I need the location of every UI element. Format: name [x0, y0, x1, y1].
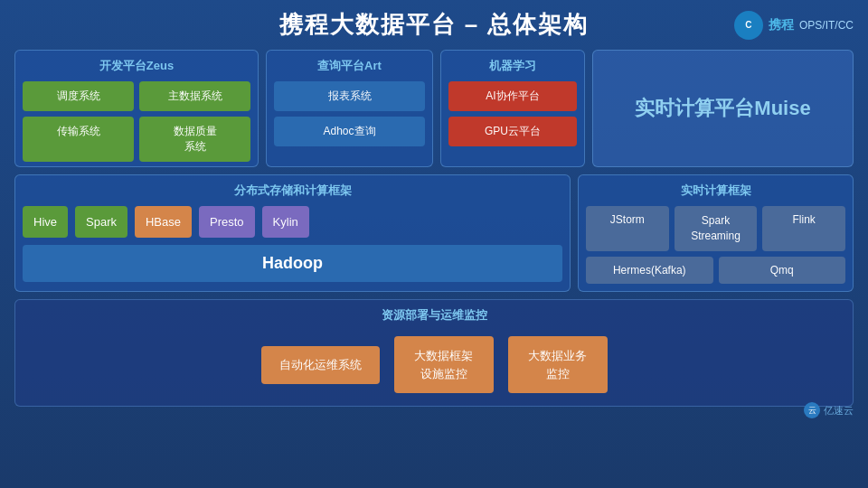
dev-platform-grid: 调度系统 主数据系统 传输系统 数据质量系统	[23, 81, 250, 162]
ml-platform-panel: 机器学习 AI协作平台 GPU云平台	[440, 50, 585, 167]
auto-ops-box: 自动化运维系统	[261, 346, 380, 384]
row3: 资源部署与运维监控 自动化运维系统 大数据框架设施监控 大数据业务监控	[14, 299, 854, 399]
query-platform-panel: 查询平台Art 报表系统 Adhoc查询	[266, 50, 433, 167]
ml-platform-boxes: AI协作平台 GPU云平台	[448, 81, 577, 146]
main-grid: 开发平台Zeus 调度系统 主数据系统 传输系统 数据质量系统 查询平台Art …	[14, 50, 854, 399]
realtime-framework-panel: 实时计算框架 JStorm SparkStreaming Flink Herme…	[578, 174, 854, 292]
kylin-box: Kylin	[262, 206, 309, 238]
logo-sub: OPS/IT/CC	[799, 19, 854, 32]
header: 携程大数据平台 – 总体架构 C 携程 OPS/IT/CC	[14, 9, 854, 41]
query-platform-boxes: 报表系统 Adhoc查询	[274, 81, 425, 146]
schedule-system-box: 调度系统	[23, 81, 134, 111]
presto-box: Presto	[199, 206, 255, 238]
flink-box: Flink	[762, 206, 845, 251]
realtime-top-boxes: JStorm SparkStreaming Flink	[586, 206, 845, 251]
jstorm-box: JStorm	[586, 206, 669, 251]
realtime-platform-title: 实时计算平台Muise	[635, 95, 810, 122]
resource-panel: 资源部署与运维监控 自动化运维系统 大数据框架设施监控 大数据业务监控	[14, 299, 854, 407]
data-quality-system-box: 数据质量系统	[139, 117, 250, 162]
spark-box: Spark	[75, 206, 127, 238]
ai-collab-box: AI协作平台	[448, 81, 577, 111]
realtime-bottom-boxes: Hermes(Kafka) Qmq	[586, 257, 845, 284]
dist-storage-title: 分布式存储和计算框架	[23, 183, 562, 199]
spark-streaming-box: SparkStreaming	[675, 206, 758, 251]
bigdata-biz-monitor-box: 大数据业务监控	[508, 336, 608, 393]
logo-area: C 携程 OPS/IT/CC	[691, 11, 854, 40]
resource-panel-title: 资源部署与运维监控	[23, 307, 845, 324]
hermes-kafka-box: Hermes(Kafka)	[586, 257, 713, 284]
qmq-box: Qmq	[719, 257, 846, 284]
dev-platform-panel: 开发平台Zeus 调度系统 主数据系统 传输系统 数据质量系统	[14, 50, 259, 167]
row2: 分布式存储和计算框架 Hive Spark HBase Presto Kylin…	[14, 174, 854, 292]
row1: 开发平台Zeus 调度系统 主数据系统 传输系统 数据质量系统 查询平台Art …	[14, 50, 854, 167]
master-data-system-box: 主数据系统	[139, 81, 250, 111]
logo-brand: 携程	[769, 17, 794, 33]
gpu-cloud-box: GPU云平台	[448, 117, 577, 146]
adhoc-query-box: Adhoc查询	[274, 117, 425, 146]
resource-boxes: 自动化运维系统 大数据框架设施监控 大数据业务监控	[23, 331, 845, 399]
dev-platform-title: 开发平台Zeus	[23, 58, 250, 74]
hbase-box: HBase	[135, 206, 192, 238]
realtime-platform-panel: 实时计算平台Muise	[592, 50, 854, 167]
ctrip-logo-icon: C	[734, 11, 763, 40]
report-system-box: 报表系统	[274, 81, 425, 111]
realtime-framework-title: 实时计算框架	[586, 183, 845, 199]
page-title: 携程大数据平台 – 总体架构	[177, 9, 691, 41]
dist-storage-boxes: Hive Spark HBase Presto Kylin	[23, 206, 562, 238]
bigdata-infra-monitor-box: 大数据框架设施监控	[394, 336, 494, 393]
yisuyun-icon: 云	[804, 402, 820, 418]
footer-text: 亿速云	[824, 404, 854, 418]
hive-box: Hive	[23, 206, 68, 238]
dist-storage-panel: 分布式存储和计算框架 Hive Spark HBase Presto Kylin…	[14, 174, 571, 292]
page: 携程大数据平台 – 总体架构 C 携程 OPS/IT/CC 开发平台Zeus 调…	[0, 0, 868, 488]
hadoop-bar: Hadoop	[23, 245, 562, 282]
transfer-system-box: 传输系统	[23, 117, 134, 162]
ml-platform-title: 机器学习	[448, 58, 577, 74]
query-platform-title: 查询平台Art	[274, 58, 425, 74]
